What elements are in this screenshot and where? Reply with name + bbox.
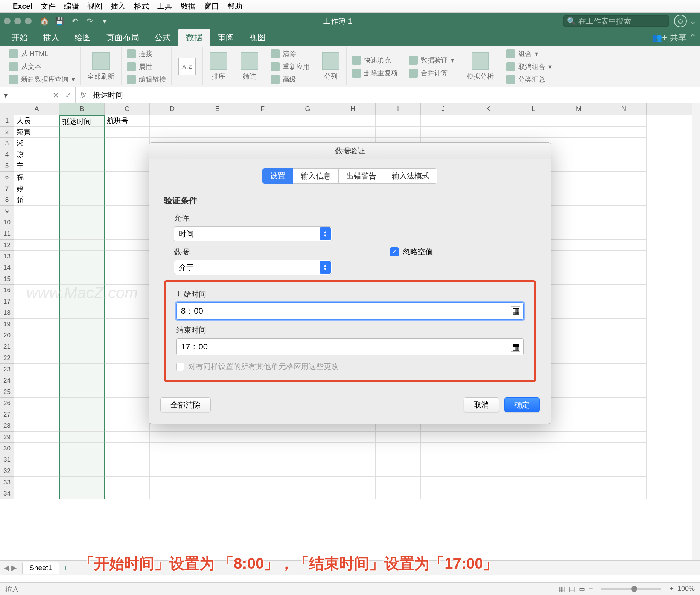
cell-N27[interactable] — [601, 409, 647, 420]
cell-M13[interactable] — [556, 251, 601, 262]
col-header-L[interactable]: L — [511, 103, 556, 115]
cell-B26[interactable] — [59, 398, 105, 409]
cell-H32[interactable] — [330, 465, 376, 477]
row-header[interactable]: 31 — [0, 454, 14, 465]
row-header[interactable]: 25 — [0, 386, 14, 398]
advanced-filter-button[interactable]: 高级 — [271, 74, 310, 85]
cell-J34[interactable] — [421, 488, 466, 499]
cell-M21[interactable] — [556, 341, 601, 352]
row-header[interactable]: 4 — [0, 149, 14, 160]
cell-A17[interactable] — [14, 296, 59, 307]
cell-G32[interactable] — [285, 465, 330, 477]
cell-M28[interactable] — [556, 420, 601, 432]
properties-button[interactable]: 属性 — [127, 61, 166, 72]
cell-B29[interactable] — [59, 432, 105, 443]
col-header-G[interactable]: G — [285, 103, 330, 115]
row-header[interactable]: 10 — [0, 217, 14, 228]
cell-M22[interactable] — [556, 352, 601, 364]
cell-A6[interactable]: 皖 — [14, 172, 59, 183]
cell-C34[interactable] — [105, 488, 150, 499]
cell-A22[interactable] — [14, 352, 59, 364]
text-to-columns-button[interactable]: 分列 — [315, 47, 347, 85]
cell-F31[interactable] — [240, 454, 285, 465]
cell-N20[interactable] — [601, 330, 647, 341]
cell-F2[interactable] — [240, 127, 285, 138]
cell-B15[interactable] — [59, 273, 105, 285]
share-button[interactable]: 👥+ 共享 ⌃ — [652, 32, 696, 43]
cell-I34[interactable] — [376, 488, 421, 499]
cell-C30[interactable] — [105, 443, 150, 454]
cell-E32[interactable] — [195, 465, 240, 477]
cell-A11[interactable] — [14, 228, 59, 240]
view-pagebreak-icon[interactable]: ▭ — [579, 585, 585, 593]
zoom-slider[interactable] — [601, 588, 661, 590]
row-header[interactable]: 11 — [0, 228, 14, 240]
cell-B19[interactable] — [59, 319, 105, 330]
cell-N25[interactable] — [601, 386, 647, 398]
row-header[interactable]: 8 — [0, 194, 14, 206]
cell-A20[interactable] — [14, 330, 59, 341]
app-name[interactable]: Excel — [13, 2, 32, 11]
row-header[interactable]: 34 — [0, 488, 14, 499]
cell-N31[interactable] — [601, 454, 647, 465]
row-header[interactable]: 17 — [0, 296, 14, 307]
from-text-button[interactable]: 从文本 — [9, 61, 75, 72]
cell-N8[interactable] — [601, 194, 647, 206]
formula-value[interactable]: 抵达时间 — [91, 90, 125, 100]
fx-label[interactable]: fx — [76, 91, 91, 99]
cell-M24[interactable] — [556, 375, 601, 386]
row-header[interactable]: 23 — [0, 364, 14, 375]
menu-window[interactable]: 窗口 — [204, 1, 219, 11]
cell-C26[interactable] — [105, 398, 150, 409]
cell-A13[interactable] — [14, 251, 59, 262]
cell-A3[interactable]: 湘 — [14, 138, 59, 149]
ungroup-button[interactable]: 取消组合 ▾ — [506, 61, 552, 72]
cell-N13[interactable] — [601, 251, 647, 262]
cell-L33[interactable] — [511, 477, 556, 488]
cell-B30[interactable] — [59, 443, 105, 454]
row-header[interactable]: 2 — [0, 127, 14, 138]
cell-C5[interactable] — [105, 160, 150, 172]
cell-N30[interactable] — [601, 443, 647, 454]
cell-B21[interactable] — [59, 341, 105, 352]
row-header[interactable]: 5 — [0, 160, 14, 172]
dlg-tab-error[interactable]: 出错警告 — [338, 168, 384, 184]
cell-M9[interactable] — [556, 206, 601, 217]
cell-N23[interactable] — [601, 364, 647, 375]
cell-K29[interactable] — [466, 432, 511, 443]
cell-B3[interactable] — [59, 138, 105, 149]
connections-button[interactable]: 连接 — [127, 48, 166, 60]
data-validation-button[interactable]: 数据验证 ▾ — [409, 55, 454, 66]
cell-K1[interactable] — [466, 115, 511, 127]
cell-N12[interactable] — [601, 240, 647, 251]
edit-links-button[interactable]: 编辑链接 — [127, 74, 166, 85]
view-normal-icon[interactable]: ▦ — [558, 585, 565, 593]
sheet-tab[interactable]: Sheet1 — [22, 562, 59, 574]
cell-K32[interactable] — [466, 465, 511, 477]
cell-B8[interactable] — [59, 194, 105, 206]
row-header[interactable]: 30 — [0, 443, 14, 454]
cell-H1[interactable] — [330, 115, 376, 127]
cell-A2[interactable]: 宛寅 — [14, 127, 59, 138]
tab-view[interactable]: 视图 — [242, 29, 273, 46]
tab-home[interactable]: 开始 — [4, 29, 35, 46]
cell-M30[interactable] — [556, 443, 601, 454]
window-controls[interactable] — [4, 18, 32, 24]
name-box[interactable]: ▾ — [0, 87, 49, 103]
vertical-scrollbar[interactable] — [692, 103, 700, 560]
tab-review[interactable]: 审阅 — [210, 29, 242, 46]
cancel-formula-icon[interactable]: ✕ — [53, 91, 59, 100]
cell-H34[interactable] — [330, 488, 376, 499]
row-header[interactable]: 29 — [0, 432, 14, 443]
col-header-D[interactable]: D — [150, 103, 195, 115]
search-box[interactable]: 🔍 在工作表中搜索 — [563, 15, 669, 27]
cell-J33[interactable] — [421, 477, 466, 488]
col-header-K[interactable]: K — [466, 103, 511, 115]
collapse-icon[interactable]: ⌄ — [690, 17, 696, 26]
cell-C10[interactable] — [105, 217, 150, 228]
cell-C17[interactable] — [105, 296, 150, 307]
cell-B5[interactable] — [59, 160, 105, 172]
cell-N6[interactable] — [601, 172, 647, 183]
ok-button[interactable]: 确定 — [504, 397, 540, 412]
row-header[interactable]: 24 — [0, 375, 14, 386]
